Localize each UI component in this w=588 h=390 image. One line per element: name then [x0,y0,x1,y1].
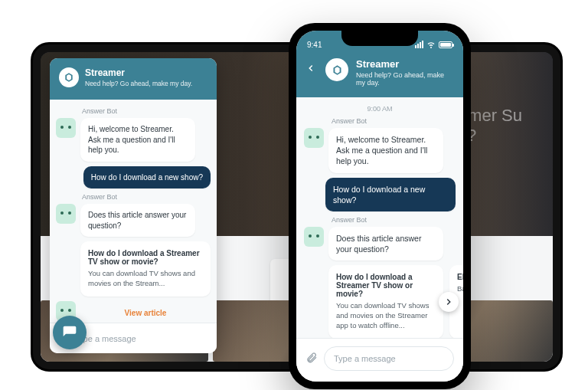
status-time: 9:41 [307,41,322,49]
article-carousel[interactable]: How do I download a Streamer TV show or … [328,265,456,338]
chat-fab-button[interactable] [53,316,87,349]
chat-header: Streamer Need help? Go ahead, make my da… [50,58,217,100]
bot-avatar-icon [304,227,324,247]
article-desc: Based [457,284,463,294]
bot-avatar-icon [304,128,324,148]
phone-screen: 9:41 Streamer Need help? Go ahead, make … [296,31,463,382]
article-title: How do I download a Streamer TV show or … [88,249,203,266]
wifi-icon [426,40,436,49]
bot-avatar-icon [56,118,76,138]
article-desc: You can download TV shows and movies on … [88,269,203,289]
chat-header: Streamer Need help? Go ahead, make my da… [296,54,463,97]
article-title: El Rey [457,273,463,281]
brand-logo-icon [325,58,348,81]
chat-body: 9:00 AM Answer Bot Hi, welcome to Stream… [296,97,463,338]
article-desc: You can download TV shows and movies on … [336,301,436,330]
message-placeholder: Type a message [334,354,396,363]
signal-icon [415,41,423,48]
chat-subtitle: Need help? Go ahead, make my day. [356,71,454,87]
attachment-icon[interactable] [305,352,318,366]
bot-label: Answer Bot [82,193,211,201]
chat-input-bar: Type a message [296,338,463,382]
bot-message: Does this article answer your question? [328,227,443,261]
article-card[interactable]: How do I download a Streamer TV show or … [328,265,443,338]
chat-title: Streamer [85,67,192,78]
chat-subtitle: Need help? Go ahead, make my day. [85,80,192,87]
message-input[interactable]: Type a message [74,334,209,343]
chat-widget: Streamer Need help? Go ahead, make my da… [50,58,217,353]
bot-label: Answer Bot [82,107,211,115]
user-message[interactable]: How do I download a new show? [325,178,456,211]
bot-label: Answer Bot [332,216,456,224]
view-article-link[interactable]: View article [80,301,211,321]
article-card[interactable]: How do I download a Streamer TV show or … [80,241,211,297]
bot-message: Hi, welcome to Streamer. Ask me a questi… [328,128,443,173]
bot-message: Does this article answer your question? [80,204,195,237]
message-input[interactable]: Type a message [324,346,454,371]
back-button[interactable] [305,58,318,77]
bot-label: Answer Bot [332,117,456,125]
battery-icon [439,41,452,48]
bot-message: Hi, welcome to Streamer. Ask me a questi… [80,118,195,162]
carousel-next-button[interactable] [439,292,459,312]
phone-notch [341,31,418,46]
timestamp: 9:00 AM [304,105,456,113]
article-title: How do I download a Streamer TV show or … [336,273,436,298]
chat-body: Answer Bot Hi, welcome to Streamer. Ask … [50,100,217,323]
chat-title: Streamer [356,58,454,70]
bot-avatar-icon [56,204,76,224]
brand-logo-icon [59,67,79,87]
user-message[interactable]: How do I download a new show? [83,166,211,189]
phone-device: 9:41 Streamer Need help? Go ahead, make … [289,23,471,389]
